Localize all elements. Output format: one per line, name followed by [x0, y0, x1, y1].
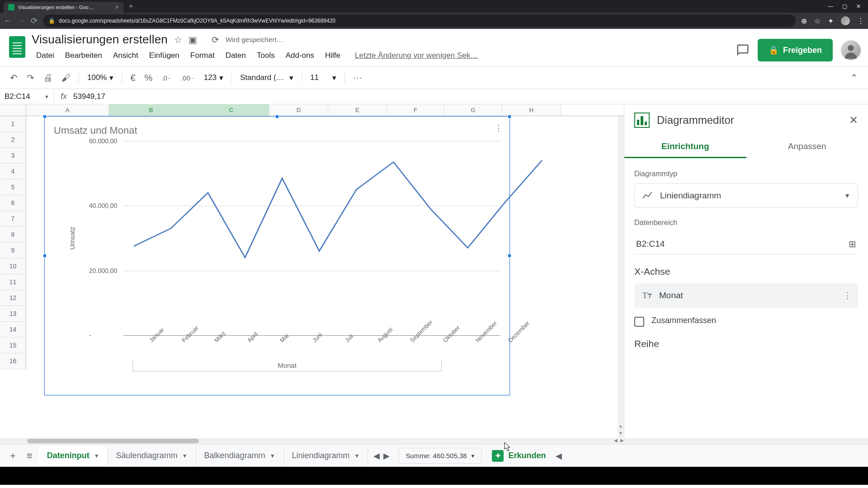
font-family-select[interactable]: Standard (… ▾ [237, 71, 296, 84]
row-header[interactable]: 15 [0, 338, 26, 353]
row-header[interactable]: 14 [0, 322, 26, 338]
column-header[interactable]: D [269, 104, 328, 116]
chart-type-select[interactable]: Liniendiagramm ▼ [634, 183, 858, 208]
scrollbar-thumb[interactable] [27, 439, 199, 443]
column-header[interactable]: G [444, 104, 502, 116]
row-header[interactable]: 3 [0, 148, 26, 164]
resize-handle[interactable] [275, 115, 279, 118]
column-header[interactable]: C [193, 104, 269, 116]
sheet-tab[interactable]: Liniendiagramm ▼ [284, 446, 368, 465]
column-header[interactable]: E [328, 104, 387, 116]
scroll-right-icon[interactable]: ▶ [620, 438, 624, 444]
close-panel-icon[interactable]: ✕ [849, 114, 858, 127]
select-range-icon[interactable]: ⊞ [849, 239, 856, 249]
comments-icon[interactable] [736, 43, 750, 57]
menu-add-ons[interactable]: Add-ons [281, 49, 319, 62]
menu-datei[interactable]: Datei [32, 49, 59, 62]
column-header[interactable]: H [502, 104, 561, 116]
data-range-input[interactable]: B2:C14 ⊞ [634, 232, 858, 254]
row-header[interactable]: 5 [0, 179, 26, 195]
star-icon[interactable]: ☆ [814, 17, 821, 25]
scroll-down-icon[interactable]: ▼ [618, 431, 624, 437]
browser-profile-avatar[interactable] [841, 16, 850, 25]
explore-button[interactable]: ✦ Erkunden [492, 450, 546, 462]
share-button[interactable]: 🔒 Freigeben [758, 39, 833, 61]
horizontal-scrollbar[interactable]: ◀ ▶ [0, 438, 868, 444]
more-toolbar-icon[interactable]: ⋯ [350, 70, 365, 86]
aggregate-checkbox-row[interactable]: Zusammenfassen [634, 316, 858, 327]
document-title[interactable]: Visualisierungen erstellen [32, 33, 168, 47]
aggregate-checkbox[interactable] [634, 317, 644, 327]
row-header[interactable]: 7 [0, 211, 26, 227]
collapse-sidepanel-icon[interactable]: ◀ [552, 451, 566, 461]
row-header[interactable]: 4 [0, 164, 26, 179]
row-header[interactable]: 11 [0, 274, 26, 290]
menu-ansicht[interactable]: Ansicht [108, 49, 143, 62]
row-header[interactable]: 9 [0, 243, 26, 258]
column-header[interactable]: F [387, 104, 444, 116]
font-size-select[interactable]: 11 ▾ [307, 71, 339, 84]
print-button[interactable]: 🖨 [41, 70, 55, 86]
format-123-select[interactable]: 123 ▾ [201, 71, 226, 84]
x-axis-menu-icon[interactable]: ⋮ [843, 291, 852, 301]
all-sheets-button[interactable]: ≡ [22, 446, 37, 465]
sheet-tab[interactable]: Balkendiagramm ▼ [196, 446, 284, 465]
row-header[interactable]: 13 [0, 306, 26, 322]
row-header[interactable]: 12 [0, 290, 26, 306]
x-axis-label[interactable]: Monat [132, 360, 442, 371]
chevron-down-icon[interactable]: ▼ [44, 94, 49, 99]
x-axis-field[interactable]: Tᴛ Monat ⋮ [634, 283, 858, 308]
select-all-corner[interactable] [0, 104, 26, 116]
chart-menu-icon[interactable]: ⋮ [495, 123, 503, 133]
resize-handle[interactable] [508, 115, 511, 118]
add-sheet-button[interactable]: + [5, 446, 20, 465]
url-bar[interactable]: 🔒 docs.google.com/spreadsheets/d/16sZAG8… [43, 14, 796, 27]
browser-menu-icon[interactable]: ⋮ [857, 17, 864, 25]
reload-button[interactable]: ⟳ [31, 16, 38, 26]
menu-daten[interactable]: Daten [221, 49, 250, 62]
minimize-icon[interactable]: — [828, 3, 833, 9]
sheet-nav-left-icon[interactable]: ◀ [373, 451, 380, 461]
maximize-icon[interactable]: ▢ [842, 3, 847, 9]
quick-sum[interactable]: Summe: 460.505,38 ▼ [399, 448, 482, 464]
menu-bearbeiten[interactable]: Bearbeiten [61, 49, 107, 62]
row-header[interactable]: 8 [0, 227, 26, 243]
column-header[interactable]: B [109, 104, 193, 116]
last-change-link[interactable]: Letzte Änderung vor wenigen Sek… [347, 51, 478, 60]
resize-handle[interactable] [43, 115, 47, 118]
undo-button[interactable]: ↶ [7, 70, 20, 86]
currency-button[interactable]: € [127, 70, 138, 86]
column-header[interactable]: A [26, 104, 109, 116]
browser-tab[interactable]: Visualisierungen erstellen - Goo… × [4, 2, 123, 13]
new-tab-button[interactable]: + [129, 2, 133, 10]
scroll-left-icon[interactable]: ◀ [614, 438, 618, 444]
decrease-decimal-button[interactable]: .0← [159, 71, 175, 84]
redo-button[interactable]: ↷ [24, 70, 37, 86]
resize-handle[interactable] [43, 254, 47, 258]
y-axis-label[interactable]: Umsatz [68, 227, 76, 250]
tab-customize[interactable]: Anpassen [746, 136, 868, 158]
forward-button[interactable]: → [17, 16, 25, 26]
name-box[interactable]: B2:C14 ▼ [0, 89, 54, 104]
menu-einfügen[interactable]: Einfügen [145, 49, 184, 62]
percent-button[interactable]: % [142, 70, 156, 86]
row-header[interactable]: 6 [0, 195, 26, 211]
row-header[interactable]: 10 [0, 258, 26, 274]
formula-input[interactable]: 53949,17 [73, 92, 105, 101]
back-button[interactable]: ← [4, 16, 12, 26]
chart-title[interactable]: Umsatz und Monat [54, 125, 500, 136]
extensions-icon[interactable]: ✦ [828, 17, 834, 25]
sheets-logo[interactable] [6, 33, 28, 61]
menu-tools[interactable]: Tools [252, 49, 279, 62]
close-tab-icon[interactable]: × [115, 4, 119, 11]
tab-setup[interactable]: Einrichtung [624, 136, 746, 158]
increase-decimal-button[interactable]: .00→ [178, 71, 198, 84]
star-document-icon[interactable]: ☆ [174, 34, 182, 45]
chart-object[interactable]: ⋮ Umsatz und Monat Umsatz 60.000,0040.00… [44, 116, 510, 395]
close-window-icon[interactable]: ✕ [856, 3, 861, 9]
zoom-icon[interactable]: ⊕ [801, 17, 807, 25]
collapse-toolbar-icon[interactable]: ⌃ [848, 70, 861, 86]
menu-hilfe[interactable]: Hilfe [321, 49, 345, 62]
row-header[interactable]: 2 [0, 132, 26, 148]
vertical-scrollbar[interactable]: ▲ ▼ [618, 116, 624, 438]
